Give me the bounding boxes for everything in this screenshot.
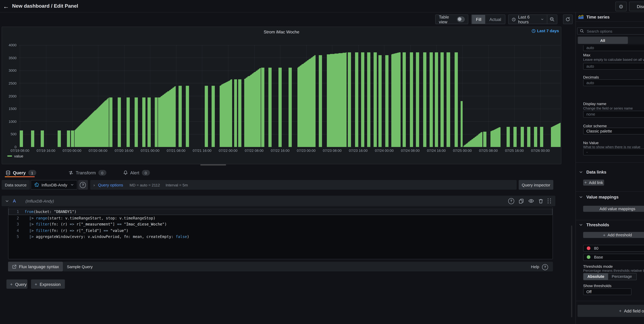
- trash-icon: [538, 198, 543, 204]
- no-value-input[interactable]: -: [583, 149, 644, 155]
- fill-option[interactable]: Fill: [472, 15, 485, 24]
- chart-bar: [461, 101, 463, 147]
- chevron-down-icon: [579, 195, 583, 199]
- threshold-color-dot[interactable]: [587, 255, 590, 259]
- datasource-picker[interactable]: InfluxDB-Andy: [31, 180, 78, 190]
- settings-button[interactable]: ⚙: [616, 1, 627, 11]
- add-threshold-button[interactable]: +Add threshold: [583, 232, 644, 238]
- chart-bar: [385, 55, 388, 147]
- actual-option[interactable]: Actual: [485, 15, 505, 24]
- vertical-scrollbar-thumb[interactable]: [571, 226, 572, 317]
- query-count-badge: 1: [28, 170, 36, 176]
- add-field-override-button[interactable]: + Add field override: [578, 305, 644, 317]
- sample-query-button[interactable]: Sample Query: [63, 262, 97, 271]
- add-query-button[interactable]: +Query: [6, 280, 28, 289]
- section-thresholds[interactable]: Thresholds: [579, 222, 609, 227]
- discard-button[interactable]: Discard: [629, 1, 644, 11]
- arrow-left-icon: ←: [3, 3, 9, 9]
- copy-icon: [519, 198, 524, 204]
- refresh-icon: [566, 17, 570, 22]
- mode-absolute[interactable]: Absolute: [584, 273, 608, 280]
- y-tick-label: 3000: [2, 69, 16, 73]
- zoom-out-button[interactable]: [547, 17, 557, 22]
- x-tick-label: 07/19 08:00: [6, 149, 34, 153]
- chart-bar: [231, 79, 232, 147]
- color-scheme-select[interactable]: Classic palette: [583, 128, 644, 134]
- help-link[interactable]: Help: [531, 262, 539, 271]
- section-value-mappings[interactable]: Value mappings: [579, 195, 618, 199]
- threshold-row-80[interactable]: 80: [583, 245, 644, 252]
- table-view-toggle[interactable]: [457, 16, 465, 22]
- options-filter-all[interactable]: All: [578, 37, 628, 44]
- add-value-mappings-button[interactable]: Add value mappings: [583, 206, 644, 212]
- gridline: [488, 45, 489, 147]
- alert-count-badge: 0: [142, 170, 150, 176]
- query-help-button[interactable]: ?: [508, 198, 514, 204]
- threshold-row-base[interactable]: Base: [583, 254, 644, 261]
- time-series-icon: [578, 15, 584, 19]
- no-value-description: What to show when there is no value: [583, 145, 640, 149]
- delete-query-button[interactable]: [538, 198, 543, 204]
- query-row-header: A (InfluxDB-Andy) ?: [2, 196, 555, 206]
- chart-bar: [400, 52, 400, 147]
- display-name-input[interactable]: none: [583, 111, 644, 118]
- visualization-type[interactable]: Time series: [586, 14, 610, 19]
- flux-query-editor[interactable]: 1from(bucket: "DBANDY1")2 |> range(start…: [8, 207, 553, 259]
- chart-plot[interactable]: [19, 45, 560, 147]
- tab-query[interactable]: Query 1: [6, 168, 36, 177]
- section-data-links[interactable]: Data links: [579, 170, 606, 174]
- add-expression-button[interactable]: +Expression: [31, 280, 65, 289]
- chart-bar: [261, 68, 264, 147]
- y-tick-label: 0: [2, 145, 16, 149]
- mode-percentage[interactable]: Percentage: [608, 273, 636, 280]
- transform-count-badge: 0: [98, 170, 106, 176]
- query-options-link[interactable]: Query options: [98, 183, 123, 187]
- chart-bar: [402, 52, 406, 147]
- legend-item-value[interactable]: value: [7, 154, 23, 158]
- time-range-picker[interactable]: Last 6 hours: [508, 14, 547, 24]
- flux-syntax-button[interactable]: Flux language syntax: [8, 262, 63, 271]
- code-line: 3 |> filter(fn: (r) => r["_measurement"]…: [8, 221, 552, 227]
- scrolled-input[interactable]: auto: [583, 45, 644, 51]
- query-inspector-button[interactable]: Query inspector: [519, 180, 553, 190]
- x-tick-label: 07/19 16:00: [32, 149, 60, 153]
- datasource-help-button[interactable]: ?: [78, 180, 88, 190]
- clock-icon: [512, 17, 516, 22]
- decimals-input[interactable]: auto: [583, 79, 644, 86]
- external-link-icon: [12, 264, 16, 269]
- x-tick-label: 07/21 16:00: [188, 149, 216, 153]
- chart-bar: [118, 97, 121, 147]
- toggle-query-visibility-button[interactable]: [528, 199, 534, 203]
- chart-bar: [423, 52, 426, 147]
- add-link-button[interactable]: +Add link: [583, 179, 604, 186]
- chart-bar: [481, 132, 482, 147]
- eye-icon: [528, 199, 534, 203]
- threshold-color-dot[interactable]: [587, 246, 590, 250]
- panel-time-override[interactable]: Last 7 days: [532, 28, 559, 33]
- tab-alert[interactable]: Alert 0: [123, 168, 150, 177]
- x-tick-label: 07/23 00:00: [292, 149, 320, 153]
- options-search[interactable]: [577, 27, 644, 35]
- collapse-chevron-icon[interactable]: [5, 199, 9, 203]
- horizontal-scrollbar-thumb[interactable]: [200, 164, 226, 165]
- tab-transform[interactable]: Transform 0: [68, 168, 106, 177]
- duplicate-query-button[interactable]: [519, 198, 524, 204]
- back-button[interactable]: ←: [0, 0, 12, 12]
- chart-bar: [534, 127, 537, 147]
- y-tick-label: 2500: [2, 81, 16, 85]
- chart-bar: [410, 52, 413, 147]
- chart-bar: [416, 52, 419, 147]
- x-tick-label: 07/20 00:00: [58, 149, 86, 153]
- show-thresholds-select[interactable]: Off: [583, 288, 632, 295]
- help-icon[interactable]: ?: [542, 264, 548, 270]
- options-search-input[interactable]: [586, 28, 636, 34]
- chart-bar: [41, 130, 44, 147]
- drag-handle[interactable]: [548, 198, 551, 204]
- max-input[interactable]: auto: [583, 63, 644, 69]
- chart-bar: [560, 123, 560, 147]
- refresh-button[interactable]: [563, 14, 573, 24]
- y-tick-label: 4000: [2, 43, 16, 47]
- y-tick-label: 1000: [2, 119, 16, 123]
- chart-bar: [348, 52, 351, 147]
- datasource-row: Data source InfluxDB-Andy ? › Query opti…: [2, 180, 517, 190]
